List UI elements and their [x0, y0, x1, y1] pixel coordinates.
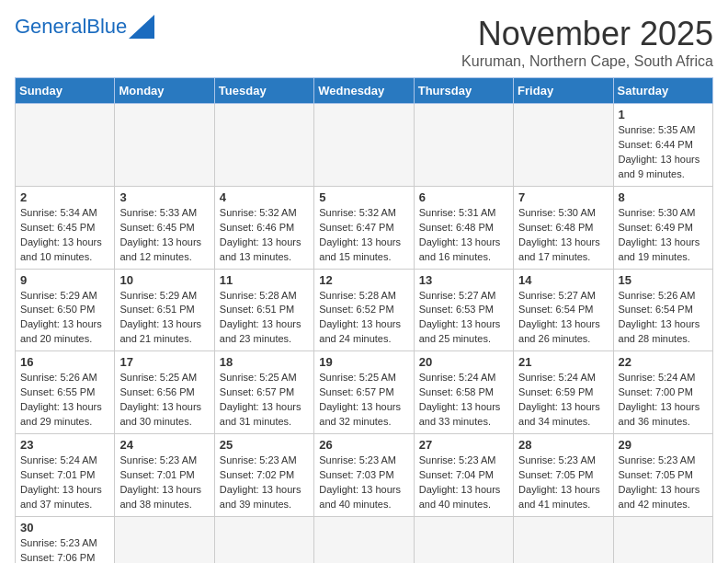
calendar-cell: [16, 104, 115, 187]
calendar-cell: [115, 104, 214, 187]
calendar-cell: 17Sunrise: 5:25 AM Sunset: 6:56 PM Dayli…: [115, 351, 214, 434]
calendar-cell: 14Sunrise: 5:27 AM Sunset: 6:54 PM Dayli…: [514, 269, 613, 351]
col-header-saturday: Saturday: [613, 78, 712, 104]
day-number: 20: [419, 355, 508, 369]
day-info: Sunrise: 5:23 AM Sunset: 7:05 PM Dayligh…: [518, 454, 608, 512]
day-info: Sunrise: 5:28 AM Sunset: 6:51 PM Dayligh…: [220, 289, 309, 348]
calendar-cell: 16Sunrise: 5:26 AM Sunset: 6:55 PM Dayli…: [16, 351, 115, 434]
day-number: 28: [518, 438, 608, 452]
calendar-cell: 10Sunrise: 5:29 AM Sunset: 6:51 PM Dayli…: [115, 269, 214, 351]
calendar-cell: [115, 516, 214, 563]
day-info: Sunrise: 5:24 AM Sunset: 6:58 PM Dayligh…: [419, 371, 508, 430]
day-info: Sunrise: 5:24 AM Sunset: 6:59 PM Dayligh…: [518, 371, 608, 430]
day-info: Sunrise: 5:28 AM Sunset: 6:52 PM Dayligh…: [319, 289, 408, 348]
day-info: Sunrise: 5:29 AM Sunset: 6:50 PM Dayligh…: [20, 289, 109, 348]
day-info: Sunrise: 5:34 AM Sunset: 6:45 PM Dayligh…: [20, 206, 109, 265]
calendar-week-row: 23Sunrise: 5:24 AM Sunset: 7:01 PM Dayli…: [16, 434, 713, 517]
calendar-table: SundayMondayTuesdayWednesdayThursdayFrid…: [15, 77, 713, 563]
day-info: Sunrise: 5:25 AM Sunset: 6:56 PM Dayligh…: [119, 371, 209, 430]
day-number: 16: [20, 355, 109, 369]
day-info: Sunrise: 5:26 AM Sunset: 6:55 PM Dayligh…: [20, 371, 109, 430]
calendar-cell: [514, 516, 613, 563]
day-number: 12: [319, 273, 408, 287]
svg-marker-0: [129, 15, 154, 39]
calendar-cell: 7Sunrise: 5:30 AM Sunset: 6:48 PM Daylig…: [514, 186, 613, 269]
day-number: 24: [119, 438, 209, 452]
day-number: 21: [518, 355, 608, 369]
col-header-friday: Friday: [514, 78, 613, 104]
day-number: 10: [119, 273, 209, 287]
calendar-cell: 24Sunrise: 5:23 AM Sunset: 7:01 PM Dayli…: [115, 434, 214, 517]
day-info: Sunrise: 5:23 AM Sunset: 7:05 PM Dayligh…: [619, 454, 708, 512]
calendar-cell: 29Sunrise: 5:23 AM Sunset: 7:05 PM Dayli…: [613, 434, 712, 517]
logo-general: General: [15, 15, 86, 38]
day-info: Sunrise: 5:25 AM Sunset: 6:57 PM Dayligh…: [319, 371, 408, 430]
calendar-cell: 8Sunrise: 5:30 AM Sunset: 6:49 PM Daylig…: [613, 186, 712, 269]
col-header-tuesday: Tuesday: [214, 78, 313, 104]
calendar-cell: [214, 104, 313, 187]
day-number: 17: [119, 355, 209, 369]
day-number: 2: [20, 190, 109, 204]
calendar-cell: [414, 516, 513, 563]
day-number: 13: [419, 273, 508, 287]
page-header: GeneralBlue November 2025 Kuruman, North…: [15, 15, 713, 70]
calendar-week-row: 30Sunrise: 5:23 AM Sunset: 7:06 PM Dayli…: [16, 516, 713, 563]
day-number: 19: [319, 355, 408, 369]
calendar-cell: 12Sunrise: 5:28 AM Sunset: 6:52 PM Dayli…: [314, 269, 414, 351]
location: Kuruman, Northern Cape, South Africa: [461, 53, 713, 70]
day-number: 3: [119, 190, 209, 204]
calendar-cell: [314, 104, 414, 187]
calendar-cell: 13Sunrise: 5:27 AM Sunset: 6:53 PM Dayli…: [414, 269, 513, 351]
col-header-monday: Monday: [115, 78, 214, 104]
calendar-cell: 15Sunrise: 5:26 AM Sunset: 6:54 PM Dayli…: [613, 269, 712, 351]
calendar-cell: 9Sunrise: 5:29 AM Sunset: 6:50 PM Daylig…: [16, 269, 115, 351]
day-info: Sunrise: 5:24 AM Sunset: 7:00 PM Dayligh…: [619, 371, 708, 430]
day-info: Sunrise: 5:29 AM Sunset: 6:51 PM Dayligh…: [119, 289, 209, 348]
col-header-wednesday: Wednesday: [314, 78, 414, 104]
day-number: 11: [220, 273, 309, 287]
day-number: 30: [20, 521, 109, 534]
calendar-cell: 28Sunrise: 5:23 AM Sunset: 7:05 PM Dayli…: [514, 434, 613, 517]
day-info: Sunrise: 5:30 AM Sunset: 6:49 PM Dayligh…: [619, 206, 708, 265]
calendar-cell: 3Sunrise: 5:33 AM Sunset: 6:45 PM Daylig…: [115, 186, 214, 269]
day-number: 4: [220, 190, 309, 204]
day-number: 23: [20, 438, 109, 452]
day-info: Sunrise: 5:23 AM Sunset: 7:02 PM Dayligh…: [220, 454, 309, 512]
calendar-cell: 21Sunrise: 5:24 AM Sunset: 6:59 PM Dayli…: [514, 351, 613, 434]
calendar-cell: 30Sunrise: 5:23 AM Sunset: 7:06 PM Dayli…: [16, 516, 115, 563]
calendar-cell: 11Sunrise: 5:28 AM Sunset: 6:51 PM Dayli…: [214, 269, 313, 351]
day-info: Sunrise: 5:35 AM Sunset: 6:44 PM Dayligh…: [619, 123, 708, 182]
calendar-cell: 1Sunrise: 5:35 AM Sunset: 6:44 PM Daylig…: [613, 104, 712, 187]
col-header-thursday: Thursday: [414, 78, 513, 104]
calendar-cell: 23Sunrise: 5:24 AM Sunset: 7:01 PM Dayli…: [16, 434, 115, 517]
calendar-week-row: 9Sunrise: 5:29 AM Sunset: 6:50 PM Daylig…: [16, 269, 713, 351]
calendar-cell: [514, 104, 613, 187]
day-info: Sunrise: 5:24 AM Sunset: 7:01 PM Dayligh…: [20, 454, 109, 512]
day-info: Sunrise: 5:23 AM Sunset: 7:03 PM Dayligh…: [319, 454, 408, 512]
day-number: 7: [518, 190, 608, 204]
day-number: 9: [20, 273, 109, 287]
calendar-cell: 5Sunrise: 5:32 AM Sunset: 6:47 PM Daylig…: [314, 186, 414, 269]
day-number: 27: [419, 438, 508, 452]
calendar-cell: 19Sunrise: 5:25 AM Sunset: 6:57 PM Dayli…: [314, 351, 414, 434]
calendar-cell: 22Sunrise: 5:24 AM Sunset: 7:00 PM Dayli…: [613, 351, 712, 434]
calendar-cell: [613, 516, 712, 563]
month-title: November 2025: [461, 15, 713, 53]
calendar-cell: 2Sunrise: 5:34 AM Sunset: 6:45 PM Daylig…: [16, 186, 115, 269]
day-number: 5: [319, 190, 408, 204]
day-number: 6: [419, 190, 508, 204]
title-area: November 2025 Kuruman, Northern Cape, So…: [461, 15, 713, 70]
calendar-cell: 18Sunrise: 5:25 AM Sunset: 6:57 PM Dayli…: [214, 351, 313, 434]
day-number: 1: [619, 108, 708, 121]
logo: GeneralBlue: [15, 15, 154, 39]
day-info: Sunrise: 5:25 AM Sunset: 6:57 PM Dayligh…: [220, 371, 309, 430]
logo-triangle-icon: [129, 15, 154, 39]
calendar-week-row: 1Sunrise: 5:35 AM Sunset: 6:44 PM Daylig…: [16, 104, 713, 187]
calendar-cell: 6Sunrise: 5:31 AM Sunset: 6:48 PM Daylig…: [414, 186, 513, 269]
day-info: Sunrise: 5:26 AM Sunset: 6:54 PM Dayligh…: [619, 289, 708, 348]
calendar-cell: [214, 516, 313, 563]
logo-text: GeneralBlue: [15, 17, 127, 37]
day-info: Sunrise: 5:23 AM Sunset: 7:04 PM Dayligh…: [419, 454, 508, 512]
calendar-cell: [414, 104, 513, 187]
calendar-cell: 20Sunrise: 5:24 AM Sunset: 6:58 PM Dayli…: [414, 351, 513, 434]
